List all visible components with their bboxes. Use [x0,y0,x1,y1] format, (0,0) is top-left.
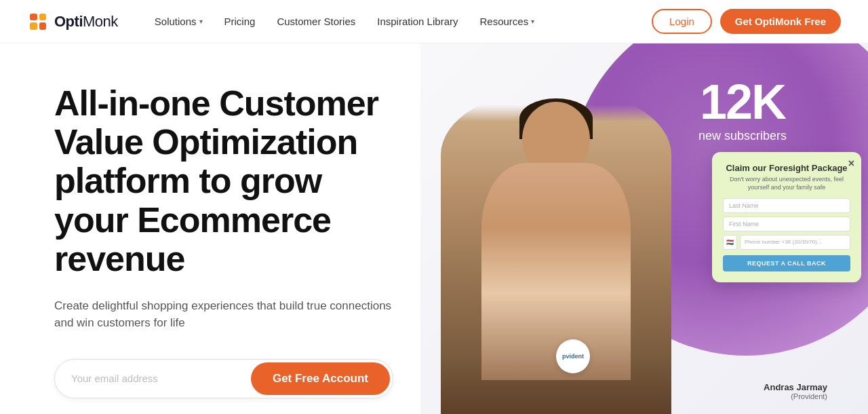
nav-item-inspiration-library[interactable]: Inspiration Library [368,10,467,33]
hero-left: All-in-one Customer Value Optimization p… [0,43,420,414]
get-optimonk-free-button[interactable]: Get OptiMonk Free [720,9,841,34]
credit-company: (Provident) [764,392,827,400]
popup-first-name-field[interactable]: First Name [723,217,850,231]
navbar: OptiMonk Solutions ▾ Pricing Customer St… [0,0,868,43]
popup-submit-button[interactable]: REQUEST A CALL BACK [723,255,850,271]
nav-links: Solutions ▾ Pricing Customer Stories Ins… [145,10,652,33]
stats-badge: 12K new subscribers [698,77,787,143]
hero-right: 12K new subscribers × Claim our Foresigh… [420,43,868,414]
popup-phone-field[interactable]: Phone number +36 (20/30/70)... [740,235,850,250]
hero-person-image [441,88,671,414]
email-input[interactable] [55,362,248,395]
credit-name: Andras Jarmay [764,382,827,392]
provident-logo: pvident [556,339,590,373]
popup-country-flag[interactable]: 🇭🇺 [723,235,737,250]
hero-title: All-in-one Customer Value Optimization p… [54,84,393,278]
popup-card-title: Claim our Foresight Package [723,163,850,173]
nav-item-solutions[interactable]: Solutions ▾ [145,10,212,33]
chevron-down-icon: ▾ [531,18,534,25]
stats-label: new subscribers [698,129,787,143]
hero-section: All-in-one Customer Value Optimization p… [0,43,868,414]
hero-subtitle: Create delightful shopping experiences t… [54,297,393,332]
login-button[interactable]: Login [652,9,712,34]
logo-icon [27,11,49,33]
popup-last-name-field[interactable]: Last Name [723,198,850,213]
nav-item-pricing[interactable]: Pricing [215,10,265,33]
testimonial-credit: Andras Jarmay (Provident) [764,382,827,400]
nav-actions: Login Get OptiMonk Free [652,9,841,34]
person-body [481,163,631,380]
get-free-account-button[interactable]: Get Free Account [251,362,390,395]
popup-card: × Claim our Foresight Package Don't worr… [712,152,861,282]
hero-form: Get Free Account [54,359,393,398]
popup-close-button[interactable]: × [848,157,854,170]
nav-item-resources[interactable]: Resources ▾ [470,10,544,33]
logo[interactable]: OptiMonk [27,11,118,33]
logo-text: OptiMonk [54,13,118,31]
chevron-down-icon: ▾ [199,18,203,25]
stats-number: 12K [698,77,787,126]
nav-item-customer-stories[interactable]: Customer Stories [267,10,365,33]
popup-phone-row: 🇭🇺 Phone number +36 (20/30/70)... [723,235,850,250]
popup-card-subtitle: Don't worry about unexpected events, fee… [723,176,850,191]
